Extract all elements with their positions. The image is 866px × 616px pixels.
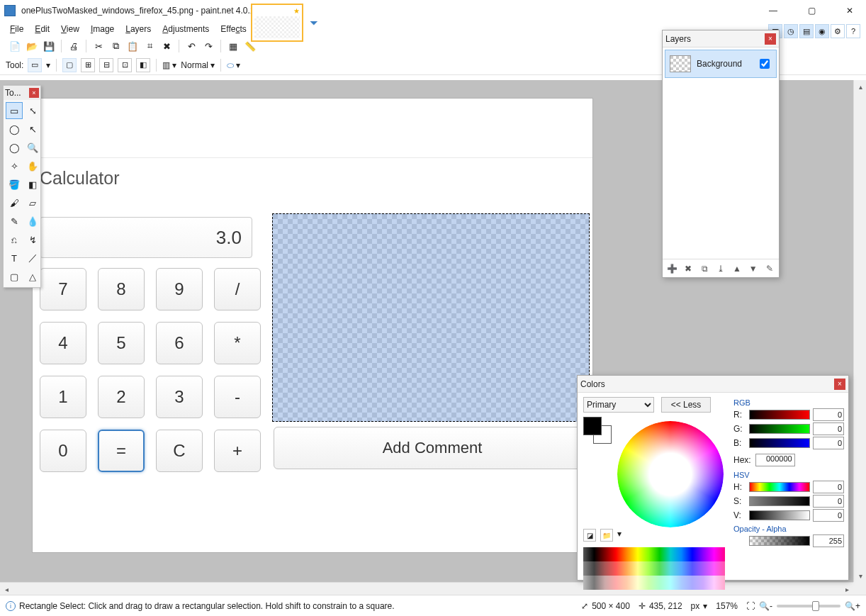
layer-row[interactable]: Background [665, 50, 777, 78]
tool-move[interactable]: ↖ [24, 121, 41, 138]
deselect-icon[interactable]: ✖ [160, 40, 173, 52]
open-icon[interactable]: 📂 [26, 40, 38, 52]
palette-dropdown-icon[interactable]: ▾ [617, 529, 622, 542]
layer-delete-icon[interactable]: ✖ [683, 263, 694, 274]
menu-adjust[interactable]: Adjustments [162, 24, 209, 34]
primary-swatch[interactable] [583, 417, 602, 435]
tool-move-selection[interactable]: ⤡ [24, 102, 41, 119]
tool-rectangle-select[interactable]: ▭ [6, 102, 23, 119]
tool-paintbucket[interactable]: 🪣 [6, 176, 23, 193]
color-wheel[interactable] [617, 421, 724, 527]
settings-icon[interactable]: ⚙ [831, 24, 845, 38]
tool-pencil[interactable]: ✎ [6, 213, 23, 230]
calc-key-5[interactable]: 5 [98, 322, 145, 364]
calc-key-8[interactable]: 8 [98, 268, 145, 310]
calc-key--[interactable]: - [214, 376, 261, 418]
canvas[interactable]: Calculator 3.0 789/456*123-0=C+ Add Comm… [33, 99, 592, 552]
s-slider[interactable] [749, 496, 810, 506]
selection-rectangle[interactable] [272, 213, 590, 422]
tool-lasso[interactable]: ◯ [6, 121, 23, 138]
tool-brush[interactable]: 🖌 [6, 194, 23, 211]
tool-shapes-alt[interactable]: △ [24, 268, 41, 285]
b-slider[interactable] [749, 438, 810, 448]
tool-magic-wand[interactable]: ✧ [6, 157, 23, 174]
menu-view[interactable]: View [61, 24, 79, 34]
g-input[interactable]: 0 [813, 422, 844, 435]
flood-mode-dropdown[interactable]: ▥▾ [162, 60, 176, 70]
help-icon[interactable]: ? [846, 24, 860, 38]
tool-ellipse-select[interactable]: ◯ [6, 139, 23, 156]
redo-icon[interactable]: ↷ [202, 40, 215, 52]
alpha-slider[interactable] [749, 536, 810, 546]
r-input[interactable]: 0 [813, 408, 844, 421]
calc-key-4[interactable]: 4 [40, 322, 86, 364]
colors-panel[interactable]: Colors × Primary << Less ◪ 📁 ▾ RGB R:0 G… [577, 375, 849, 581]
zoom-fit-icon[interactable]: ⛶ [746, 601, 755, 611]
blend-mode-dropdown[interactable]: Normal▾ [181, 60, 215, 70]
current-tool-icon[interactable]: ▭ [28, 58, 42, 72]
maximize-button[interactable]: ▢ [795, 0, 828, 21]
g-slider[interactable] [749, 424, 810, 434]
selmode-invert[interactable]: ◧ [136, 58, 150, 72]
tool-colorpicker[interactable]: 💧 [24, 213, 41, 230]
tool-dropdown-icon[interactable]: ▾ [46, 60, 50, 70]
calc-key-2[interactable]: 2 [98, 376, 145, 418]
calc-key-1[interactable]: 1 [40, 376, 86, 418]
selection-shape-dropdown[interactable]: ⬭▾ [227, 60, 240, 70]
close-button[interactable]: ✕ [833, 0, 866, 21]
calc-key-*[interactable]: * [214, 322, 261, 364]
tool-clone[interactable]: ⎌ [6, 231, 23, 248]
selmode-subtract[interactable]: ⊟ [99, 58, 113, 72]
colors-close-icon[interactable]: × [834, 379, 845, 390]
layer-moveup-icon[interactable]: ▲ [731, 263, 742, 274]
print-icon[interactable]: 🖨 [67, 40, 80, 52]
panel-history-toggle[interactable]: ◷ [784, 24, 798, 38]
hex-input[interactable]: 000000 [755, 454, 795, 466]
tool-line[interactable]: ／ [24, 250, 41, 267]
zoom-slider[interactable] [777, 605, 840, 607]
v-input[interactable]: 0 [813, 509, 844, 522]
menu-edit[interactable]: Edit [35, 24, 50, 34]
tools-palette[interactable]: To... × ▭ ⤡ ◯ ↖ ◯ 🔍 ✧ ✋ 🪣 ◧ 🖌 ▱ ✎ 💧 ⎌ ↯ … [3, 85, 41, 288]
minimize-button[interactable]: — [757, 0, 789, 21]
panel-colors-toggle[interactable]: ◉ [815, 24, 829, 38]
calc-key-+[interactable]: + [214, 430, 261, 472]
calc-key-/[interactable]: / [214, 268, 261, 310]
tool-gradient[interactable]: ◧ [24, 176, 41, 193]
save-icon[interactable]: 💾 [43, 40, 55, 52]
selmode-replace[interactable]: ▢ [62, 58, 77, 72]
vertical-scrollbar[interactable]: ▴▾ [853, 80, 866, 582]
r-slider[interactable] [749, 410, 810, 420]
layer-mergedown-icon[interactable]: ⤓ [716, 263, 726, 274]
layers-close-icon[interactable]: × [765, 33, 776, 45]
panel-layers-toggle[interactable]: ▤ [799, 24, 814, 38]
menu-image[interactable]: Image [91, 24, 114, 34]
alpha-input[interactable]: 255 [813, 534, 844, 547]
h-slider[interactable] [749, 482, 810, 492]
layer-movedown-icon[interactable]: ▼ [748, 263, 758, 274]
manage-palette-icon[interactable]: 📁 [600, 529, 613, 542]
add-color-icon[interactable]: ◪ [583, 529, 596, 542]
tools-close-icon[interactable]: × [29, 88, 39, 98]
color-palette[interactable] [583, 547, 725, 590]
menu-file[interactable]: File [10, 24, 23, 34]
calc-key-C[interactable]: C [156, 430, 203, 472]
layer-visibility-checkbox[interactable] [760, 59, 770, 69]
status-unit[interactable]: px [691, 601, 700, 611]
undo-icon[interactable]: ↶ [185, 40, 198, 52]
h-input[interactable]: 0 [813, 481, 844, 493]
s-input[interactable]: 0 [813, 495, 844, 508]
zoom-out-icon[interactable]: 🔍- [759, 601, 772, 611]
v-slider[interactable] [749, 510, 810, 520]
thumbnail-dropdown-icon[interactable]: ⏷ [309, 17, 319, 28]
paste-icon[interactable]: 📋 [126, 40, 139, 52]
add-comment-button[interactable]: Add Comment [274, 427, 591, 469]
calc-key-3[interactable]: 3 [156, 376, 203, 418]
grid-icon[interactable]: ▦ [227, 40, 240, 52]
calc-key-7[interactable]: 7 [40, 268, 86, 310]
selmode-intersect[interactable]: ⊡ [118, 58, 132, 72]
calc-key-9[interactable]: 9 [156, 268, 203, 310]
calc-key-6[interactable]: 6 [156, 322, 203, 364]
copy-icon[interactable]: ⧉ [109, 40, 122, 52]
layer-properties-icon[interactable]: ✎ [764, 263, 775, 274]
